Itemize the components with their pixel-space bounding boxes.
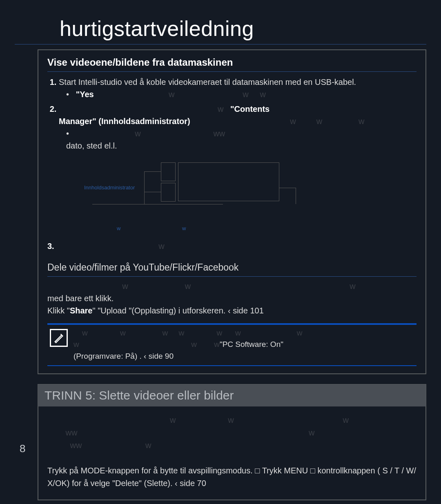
diagram-box-a: [161, 162, 176, 181]
diagram-line-2: [144, 171, 145, 204]
page: hurtigstartveiledning Vise videoene/bild…: [0, 0, 441, 504]
share-block: w w w med bare ett klikk. Klikk "Share" …: [47, 280, 416, 317]
diagram-line-5: [279, 188, 296, 188]
manager-label: Manager" (Innholdsadministrator): [59, 117, 190, 126]
step5-bar: TRINN 5: Slette videoer eller bilder: [38, 384, 426, 406]
step-2-tail: dato, sted el.l.: [66, 141, 117, 150]
subhead-share: Dele video/filmer på YouTube/Flickr/Face…: [47, 260, 416, 277]
step-2: w "Contents Manager" (Innholdsadministra…: [59, 103, 416, 152]
yes-label: "Yes: [76, 90, 94, 99]
note-icon: [50, 329, 68, 347]
step-1-bullet: • "Yes w w w: [66, 88, 416, 100]
step-2-bullet: • w ww dato, sted el.l.: [66, 127, 416, 152]
step5-text: Trykk på MODE-knappen for å bytte til av…: [47, 466, 416, 488]
share-line-1: med bare ett klikk.: [47, 294, 114, 303]
diagram-w1: w: [117, 224, 120, 233]
note-pc: "PC Software: On": [220, 340, 283, 349]
section-view-media: Vise videoene/bildene fra datamaskinen S…: [38, 49, 426, 374]
step-3: 3. w: [47, 240, 416, 252]
step-3-marker: 3.: [47, 242, 54, 251]
page-number: 8: [20, 442, 25, 455]
diagram-line-1: [144, 171, 161, 172]
diagram: Innholdsadministrator w w: [47, 159, 416, 237]
note-text: w w w w w w w w w w"PC Software: On" (Pr…: [74, 327, 303, 362]
diagram-label: Innholdsadministrator: [84, 184, 135, 192]
step-list: Start Intelli-studio ved å koble videoka…: [47, 76, 416, 152]
note-tail: (Programvare: På) . ‹ side 90: [74, 352, 174, 360]
share-line-2c: " "Upload "(Opplasting) i utforskeren. ‹…: [92, 306, 263, 315]
page-title: hurtigstartveiledning: [15, 0, 426, 44]
step-1-text: Start Intelli-studio ved å koble videoka…: [59, 78, 356, 87]
diagram-w2: w: [182, 224, 186, 233]
diagram-box-main: [178, 162, 279, 201]
diagram-line-4: [92, 204, 223, 204]
share-bold: Share: [70, 306, 93, 315]
step5-body: w w w ww w: [38, 406, 426, 500]
share-line-2a: Klikk ": [47, 306, 70, 315]
subhead-view: Vise videoene/bildene fra datamaskinen: [47, 55, 416, 72]
diagram-line-6: [296, 188, 296, 204]
contents-label: "Contents: [230, 104, 270, 113]
diagram-box-b: [161, 183, 176, 202]
step-1: Start Intelli-studio ved å koble videoka…: [59, 76, 416, 100]
note-box: w w w w w w w w w w"PC Software: On" (Pr…: [47, 323, 416, 366]
diagram-line-3: [144, 192, 161, 192]
